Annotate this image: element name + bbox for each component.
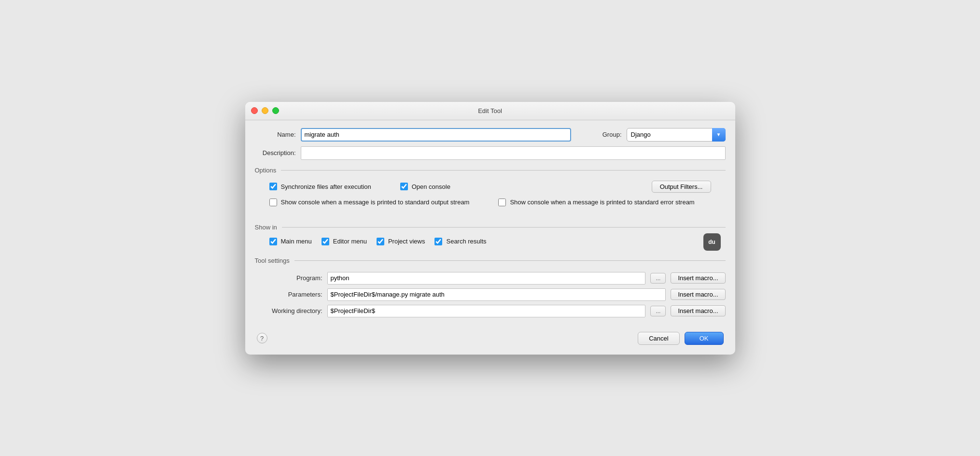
working-directory-input[interactable] — [327, 305, 646, 317]
program-browse-button[interactable]: ... — [650, 273, 666, 284]
options-divider — [281, 170, 725, 171]
editor-menu-label: Editor menu — [333, 238, 367, 245]
show-console-stdout-label: Show console when a message is printed t… — [281, 199, 470, 206]
cancel-button[interactable]: Cancel — [638, 332, 679, 345]
options-row-2: Show console when a message is printed t… — [269, 199, 711, 206]
sync-files-checkbox[interactable] — [269, 183, 277, 190]
parameters-row: Parameters: Insert macro... — [255, 288, 726, 301]
footer: ? Cancel OK — [255, 332, 726, 345]
show-console-stderr-item: Show console when a message is printed t… — [498, 199, 694, 206]
window-title: Edit Tool — [478, 107, 502, 114]
maximize-button[interactable] — [272, 107, 279, 114]
open-console-label: Open console — [412, 183, 450, 190]
parameters-input[interactable] — [327, 288, 666, 301]
program-insert-macro-button[interactable]: Insert macro... — [671, 272, 725, 284]
show-console-stderr-checkbox[interactable] — [498, 199, 506, 206]
tool-settings-section-header: Tool settings — [255, 257, 726, 264]
show-in-row: Main menu Editor menu Project views Sear… — [255, 236, 726, 250]
close-button[interactable] — [251, 107, 258, 114]
tool-settings-section: Program: ... Insert macro... Parameters:… — [255, 269, 726, 324]
main-menu-checkbox[interactable] — [269, 238, 277, 245]
working-directory-insert-macro-button[interactable]: Insert macro... — [671, 305, 725, 316]
traffic-lights — [251, 107, 279, 114]
name-side: Name: — [255, 128, 571, 142]
project-views-label: Project views — [388, 238, 425, 245]
show-in-divider — [282, 227, 726, 228]
show-console-stdout-checkbox[interactable] — [269, 199, 277, 206]
edit-tool-dialog: Edit Tool Name: Group: Django Descriptio… — [245, 102, 735, 355]
options-section-title: Options — [255, 167, 277, 174]
group-label: Group: — [581, 131, 622, 138]
output-filters-button[interactable]: Output Filters... — [652, 181, 711, 193]
open-console-item: Open console — [400, 183, 450, 190]
search-results-label: Search results — [446, 238, 486, 245]
parameters-label: Parameters: — [260, 291, 322, 298]
sync-files-item: Synchronize files after execution — [269, 183, 371, 190]
group-select-wrapper: Django — [627, 128, 726, 142]
search-results-checkbox[interactable] — [434, 238, 442, 245]
main-menu-item: Main menu — [269, 238, 312, 245]
description-input[interactable] — [301, 146, 726, 160]
show-console-stderr-label: Show console when a message is printed t… — [510, 199, 694, 206]
description-label: Description: — [255, 149, 296, 157]
program-label: Program: — [260, 274, 322, 282]
options-grid: Synchronize files after execution Open c… — [255, 179, 726, 217]
name-input[interactable] — [301, 128, 571, 142]
sync-files-label: Synchronize files after execution — [281, 183, 371, 190]
working-directory-row: Working directory: ... Insert macro... — [255, 305, 726, 317]
show-in-section-header: Show in — [255, 224, 726, 231]
search-results-item: Search results — [434, 238, 486, 245]
working-directory-browse-button[interactable]: ... — [650, 306, 666, 316]
show-in-section-title: Show in — [255, 224, 277, 231]
du-badge: du — [703, 233, 721, 251]
group-side: Group: Django — [571, 128, 726, 142]
titlebar: Edit Tool — [245, 102, 735, 120]
editor-menu-checkbox[interactable] — [322, 238, 329, 245]
open-console-checkbox[interactable] — [400, 183, 408, 190]
name-group-row: Name: Group: Django — [255, 128, 726, 142]
ok-button[interactable]: OK — [685, 332, 724, 345]
parameters-insert-macro-button[interactable]: Insert macro... — [671, 289, 725, 300]
program-row: Program: ... Insert macro... — [255, 272, 726, 285]
footer-buttons: Cancel OK — [638, 332, 723, 345]
description-row: Description: — [255, 146, 726, 160]
program-input[interactable] — [327, 272, 646, 285]
options-section-header: Options — [255, 167, 726, 174]
group-select[interactable]: Django — [627, 128, 726, 142]
minimize-button[interactable] — [262, 107, 268, 114]
options-row-1: Synchronize files after execution Open c… — [269, 181, 711, 193]
editor-menu-item: Editor menu — [322, 238, 367, 245]
dialog-content: Name: Group: Django Description: Options — [245, 120, 735, 355]
project-views-item: Project views — [377, 238, 425, 245]
help-button[interactable]: ? — [257, 333, 267, 343]
show-console-stdout-item: Show console when a message is printed t… — [269, 199, 470, 206]
tool-settings-title: Tool settings — [255, 257, 290, 264]
working-directory-label: Working directory: — [260, 307, 322, 314]
name-label: Name: — [255, 131, 296, 138]
main-menu-label: Main menu — [281, 238, 312, 245]
tool-settings-divider — [294, 260, 726, 261]
project-views-checkbox[interactable] — [377, 238, 384, 245]
